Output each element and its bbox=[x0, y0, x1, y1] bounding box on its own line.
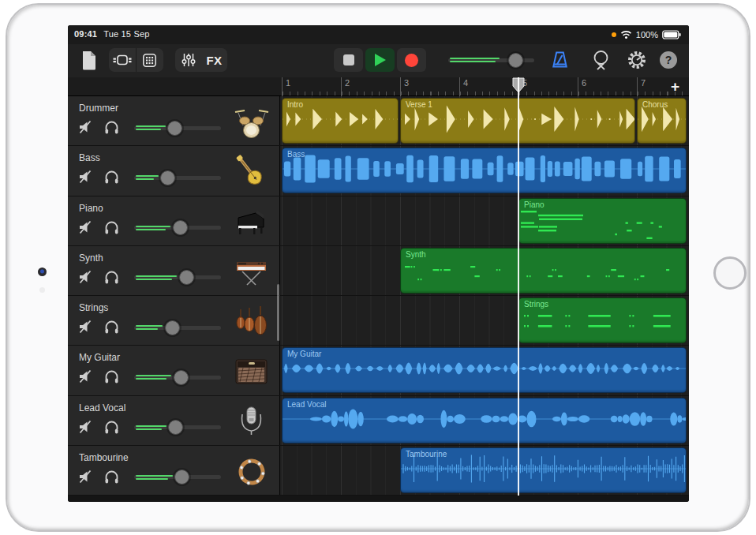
region-synth[interactable]: Synth bbox=[400, 248, 687, 294]
monitor-button[interactable] bbox=[104, 319, 120, 336]
track-volume-knob[interactable] bbox=[168, 420, 183, 435]
master-volume-knob[interactable] bbox=[508, 53, 523, 68]
track-header-tambourine[interactable]: Tambourine bbox=[68, 446, 280, 495]
speaker-mute-icon bbox=[78, 419, 94, 435]
track-header-strings[interactable]: Strings bbox=[68, 296, 280, 345]
home-button[interactable] bbox=[713, 256, 747, 290]
track-volume-slider[interactable] bbox=[134, 469, 221, 486]
ruler-bar-7[interactable]: 7 bbox=[637, 77, 689, 96]
ruler-bar-4[interactable]: 4 bbox=[459, 77, 518, 96]
region-lead-vocal[interactable]: Lead Vocal bbox=[282, 398, 687, 443]
loop-browser-button[interactable] bbox=[589, 47, 612, 73]
track-volume-knob[interactable] bbox=[179, 270, 194, 285]
track-volume-slider[interactable] bbox=[134, 169, 221, 186]
track-volume-knob[interactable] bbox=[167, 121, 182, 136]
track-volume-slider[interactable] bbox=[134, 219, 221, 237]
region-waveform bbox=[283, 348, 687, 393]
region-verse-1[interactable]: Verse 1 bbox=[400, 98, 635, 144]
track-volume-fill bbox=[136, 325, 163, 327]
track-lane: My Guitar bbox=[280, 346, 689, 395]
mute-button[interactable] bbox=[78, 319, 94, 336]
track-volume-slider[interactable] bbox=[134, 419, 221, 436]
master-volume-slider[interactable] bbox=[448, 48, 534, 72]
speaker-mute-icon bbox=[78, 269, 94, 285]
mute-button[interactable] bbox=[78, 119, 94, 137]
play-icon bbox=[374, 53, 387, 67]
track-volume-slider[interactable] bbox=[134, 319, 221, 336]
battery-percent: 100% bbox=[636, 30, 658, 39]
track-volume-knob[interactable] bbox=[174, 470, 189, 484]
mute-button[interactable] bbox=[78, 219, 94, 237]
ruler-bar-3[interactable]: 3 bbox=[400, 77, 459, 96]
track-volume-knob[interactable] bbox=[165, 320, 180, 335]
mute-button[interactable] bbox=[78, 169, 94, 186]
fx-button[interactable]: FX bbox=[201, 48, 227, 72]
track-header-my-guitar[interactable]: My Guitar bbox=[68, 346, 280, 395]
track-volume-knob[interactable] bbox=[173, 220, 188, 235]
track-header-synth[interactable]: Synth bbox=[68, 246, 280, 295]
mute-button[interactable] bbox=[78, 419, 94, 436]
metronome-button[interactable] bbox=[548, 47, 571, 73]
track-lane: Piano bbox=[280, 196, 689, 245]
mute-button[interactable] bbox=[78, 469, 94, 486]
scrollbar-hint[interactable] bbox=[277, 284, 279, 341]
track-volume-fill bbox=[136, 425, 167, 427]
track-lane: Bass bbox=[280, 146, 689, 195]
track-volume-slider[interactable] bbox=[134, 119, 221, 137]
monitor-button[interactable] bbox=[104, 119, 120, 137]
track-row-bass: Bass Bass bbox=[68, 146, 689, 196]
play-button[interactable] bbox=[365, 48, 395, 72]
help-button[interactable]: ? bbox=[658, 47, 679, 73]
track-header-lead-vocal[interactable]: Lead Vocal bbox=[68, 396, 280, 445]
speaker-mute-icon bbox=[78, 469, 94, 484]
ruler-ticks bbox=[519, 92, 578, 95]
track-volume-knob[interactable] bbox=[174, 370, 189, 385]
ruler-bar-2[interactable]: 2 bbox=[341, 77, 400, 96]
add-bars-button[interactable]: + bbox=[671, 78, 679, 95]
live-loops-grid-button[interactable] bbox=[137, 48, 163, 72]
record-button[interactable] bbox=[397, 48, 426, 72]
headphones-icon bbox=[104, 269, 119, 285]
monitor-button[interactable] bbox=[104, 169, 120, 186]
region-intro[interactable]: Intro bbox=[282, 98, 399, 144]
my-songs-button[interactable] bbox=[79, 47, 99, 73]
track-volume-fill bbox=[136, 125, 166, 127]
track-controls-button[interactable] bbox=[175, 48, 201, 72]
track-name: Bass bbox=[79, 152, 100, 163]
region-my-guitar[interactable]: My Guitar bbox=[282, 347, 687, 393]
document-icon bbox=[81, 51, 97, 70]
monitor-button[interactable] bbox=[104, 219, 120, 237]
track-header-drummer[interactable]: Drummer bbox=[68, 96, 280, 145]
mute-button[interactable] bbox=[78, 369, 94, 386]
settings-button[interactable] bbox=[626, 47, 648, 73]
tracks-view-button[interactable] bbox=[109, 48, 136, 72]
region-bass[interactable]: Bass bbox=[282, 148, 687, 193]
monitor-button[interactable] bbox=[104, 469, 120, 486]
monitor-button[interactable] bbox=[104, 269, 120, 286]
track-name: Synth bbox=[79, 253, 103, 264]
mute-button[interactable] bbox=[78, 269, 94, 286]
stop-button[interactable] bbox=[334, 48, 363, 72]
track-header-piano[interactable]: Piano bbox=[68, 196, 280, 245]
monitor-button[interactable] bbox=[104, 419, 120, 436]
region-chorus[interactable]: Chorus bbox=[637, 98, 687, 144]
ruler-bar-1[interactable]: 1 bbox=[282, 77, 341, 96]
timeline-ruler[interactable]: 1234567+ bbox=[68, 77, 689, 96]
speaker-mute-icon bbox=[78, 119, 94, 135]
region-label: Strings bbox=[524, 300, 548, 309]
ruler-bar-5[interactable]: 5 bbox=[518, 77, 578, 96]
monitor-button[interactable] bbox=[104, 369, 120, 386]
track-name: Lead Vocal bbox=[79, 402, 125, 413]
region-tambourine[interactable]: Tambourine bbox=[400, 447, 687, 493]
ruler-bar-6[interactable]: 6 bbox=[578, 77, 637, 96]
region-piano[interactable]: Piano bbox=[518, 198, 687, 244]
region-strings[interactable]: Strings bbox=[518, 297, 687, 343]
track-volume-knob[interactable] bbox=[160, 170, 175, 185]
track-header-bass[interactable]: Bass bbox=[68, 146, 280, 195]
track-volume-slider[interactable] bbox=[134, 369, 221, 386]
track-lane: Synth bbox=[280, 246, 689, 295]
region-label: Tambourine bbox=[406, 450, 447, 458]
bass-guitar-image bbox=[232, 152, 271, 190]
track-volume-slider[interactable] bbox=[134, 269, 221, 286]
track-volume-fill bbox=[136, 275, 177, 277]
